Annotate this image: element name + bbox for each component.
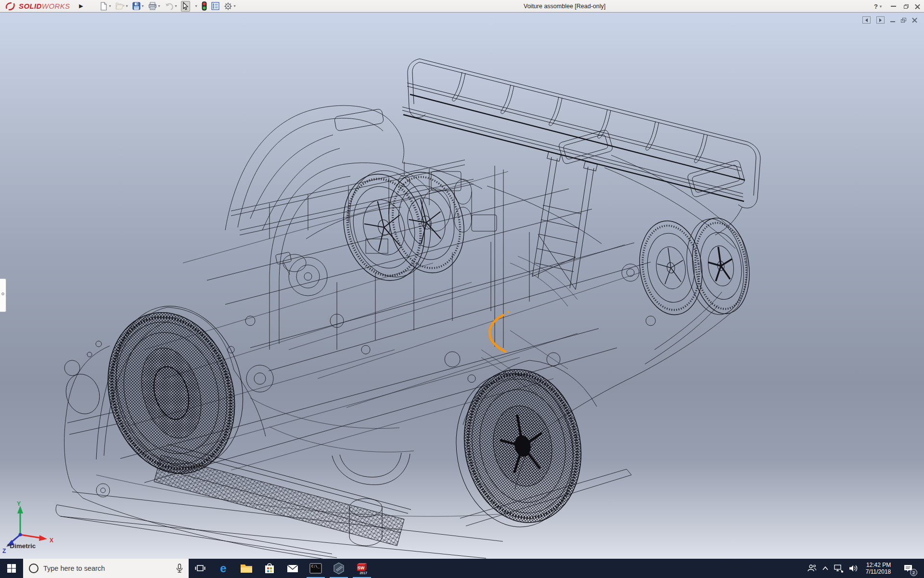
new-document-button[interactable]: ▾ [99,1,112,12]
microphone-icon[interactable] [176,564,183,573]
new-document-icon [100,2,108,11]
doc-close-button[interactable] [912,17,917,23]
undo-dropdown[interactable]: ▾ [175,4,177,8]
action-center-button[interactable]: 2 [898,559,918,578]
doc-restore-button[interactable] [901,18,906,23]
open-button[interactable]: ▾ [115,1,128,12]
taskbar-apps: e [189,559,373,578]
mail-icon [286,563,299,574]
taskbar-edge[interactable]: e [212,559,235,578]
file-properties-icon [211,2,219,10]
new-dropdown[interactable]: ▾ [109,4,111,8]
taskbar-file-explorer[interactable] [235,559,258,578]
collapsed-panel-tab[interactable] [0,278,6,312]
notification-badge: 2 [910,569,917,576]
task-view-icon [194,563,206,574]
close-button[interactable] [915,0,920,13]
taskbar-search[interactable] [23,559,189,578]
taskbar-command-prompt[interactable]: C:\_ [304,559,327,578]
hidden-icons-button[interactable] [819,559,832,578]
options-dropdown[interactable]: ▾ [234,4,236,8]
options-button[interactable]: ▾ [223,1,236,12]
solidworks-logo-icon [5,1,16,11]
taskbar-store[interactable] [258,559,281,578]
selection-highlight-edge[interactable] [489,315,505,352]
people-button[interactable] [805,559,819,578]
doc-minimize-button[interactable] [890,18,895,22]
volume-button[interactable] [846,559,860,578]
taskbar-mail[interactable] [281,559,304,578]
open-dropdown[interactable]: ▾ [126,4,128,8]
system-tray: 12:42 PM 7/11/2018 2 [805,559,924,578]
tray-time: 12:42 PM [866,562,891,568]
svg-text:2017: 2017 [359,571,367,575]
print-icon [148,2,157,10]
rebuild-button[interactable] [201,1,207,12]
quick-access-toolbar: ▾ ▾ ▾ [99,1,240,12]
select-button[interactable] [181,1,190,12]
rebuild-traffic-light-icon [202,1,207,11]
start-button[interactable] [0,559,23,578]
print-dropdown[interactable]: ▾ [158,4,160,8]
clock[interactable]: 12:42 PM 7/11/2018 [860,559,898,578]
document-window-controls [862,16,917,24]
open-icon [116,2,125,10]
network-button[interactable] [832,559,846,578]
task-view-button[interactable] [189,559,212,578]
menu-expand-arrow[interactable]: ▶ [77,3,86,9]
selection-endpoint [507,311,509,313]
edge-icon: e [217,562,230,575]
print-button[interactable]: ▾ [148,1,161,12]
select-dropdown[interactable]: ▾ [193,1,198,12]
right-side-wheels[interactable] [634,214,755,319]
command-prompt-icon: C:\_ [309,563,322,574]
3d-viewer-hexagon-icon [333,562,345,575]
svg-text:SW: SW [358,565,365,570]
triad-y-label: Y [17,501,21,507]
store-icon [264,562,275,575]
search-input[interactable] [43,565,176,572]
next-window-button[interactable] [876,16,885,24]
titlebar: SOLIDWORKS ▶ ▾ ▾ [0,0,924,13]
taskbar-3d-viewer[interactable] [327,559,350,578]
undo-icon [165,2,174,10]
select-cursor-icon [182,2,189,10]
graphics-viewport[interactable]: Y X Z *Dimetric [0,13,924,559]
minimize-button[interactable] [891,0,896,13]
windows-logo-icon [7,564,16,573]
solidworks-2017-icon: SW 2017 [355,562,369,575]
tray-date: 7/11/2018 [866,568,891,575]
restore-button[interactable] [904,0,909,13]
rear-right-tire[interactable] [444,360,593,537]
desktop: SOLIDWORKS ▶ ▾ ▾ [0,0,924,578]
rear-wing[interactable] [402,59,760,289]
taskbar-solidworks[interactable]: SW 2017 [350,559,373,578]
left-rear-wheels[interactable] [332,162,474,289]
file-properties-button[interactable] [211,1,220,12]
save-icon [132,2,141,10]
view-orientation-label: *Dimetric [7,542,36,550]
save-button[interactable]: ▾ [132,1,144,12]
speaker-icon [848,564,858,573]
chevron-up-icon [822,566,829,571]
solidworks-logo: SOLIDWORKS [0,1,70,11]
network-icon [834,564,844,573]
svg-text:e: e [220,562,226,575]
people-icon [807,564,817,573]
panel-tab-dot [1,292,4,295]
windows-taskbar: e [0,559,924,578]
brand-text: SOLIDWORKS [19,2,70,10]
svg-text:C:\_: C:\_ [311,565,320,568]
triad-x-label: X [50,537,53,544]
window-title: Voiture assomblee [Read-only] [524,0,605,13]
file-explorer-icon [240,563,253,574]
previous-window-button[interactable] [862,16,871,24]
front-left-tire[interactable] [89,291,262,489]
triad-z-label: Z [2,548,6,554]
car-wireframe-model[interactable] [0,13,924,559]
undo-button[interactable]: ▾ [164,1,178,12]
help-button[interactable]: ?▾ [874,0,882,13]
save-dropdown[interactable]: ▾ [142,4,144,8]
cortana-icon [29,564,38,573]
options-gear-icon [224,2,232,11]
